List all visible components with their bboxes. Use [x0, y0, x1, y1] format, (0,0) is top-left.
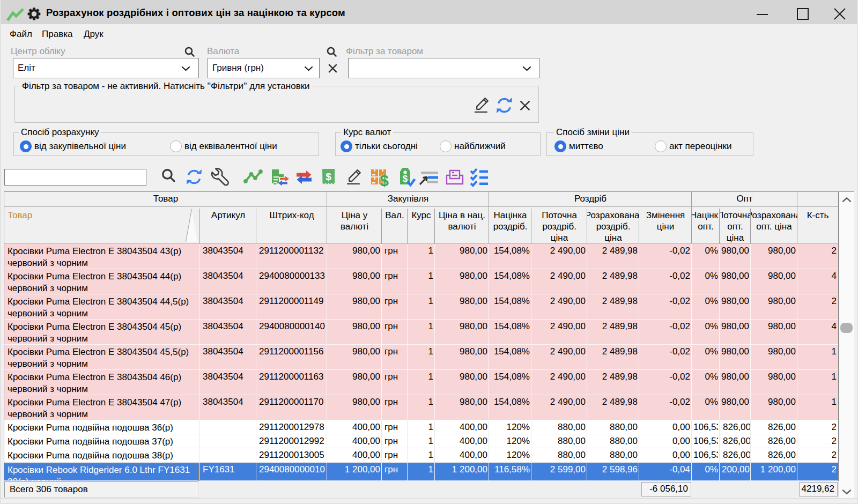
- svg-text:$: $: [380, 172, 389, 189]
- svg-text:$: $: [326, 171, 331, 182]
